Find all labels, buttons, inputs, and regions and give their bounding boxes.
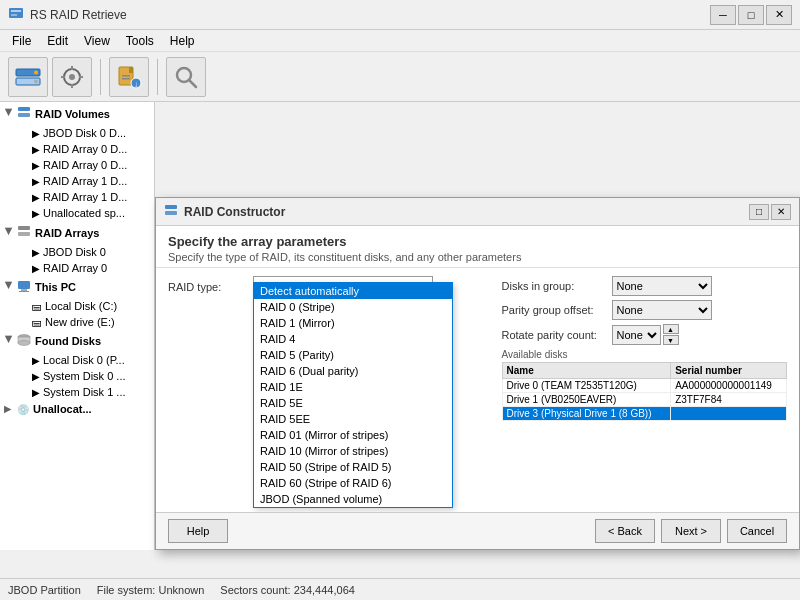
svg-rect-32 [165, 211, 177, 215]
nav-item-raid-array-1a[interactable]: ▶ RAID Array 1 D... [8, 173, 154, 189]
dialog-maximize-btn[interactable]: □ [749, 204, 769, 220]
nav-item-icon: ▶ [32, 192, 40, 203]
new-drive-icon: 🖴 [32, 317, 42, 328]
nav-section-header-unallocated[interactable]: ▶ 💿 Unallocat... [0, 400, 154, 418]
table-row[interactable]: Drive 0 (TEAM T2535T120G) AA000000000001… [502, 379, 787, 393]
menu-bar: File Edit View Tools Help [0, 30, 800, 52]
disks-in-group-select[interactable]: None [612, 276, 712, 296]
nav-item-system-disk-0[interactable]: ▶ System Disk 0 ... [8, 368, 154, 384]
nav-items-found-disks: ▶ Local Disk 0 (P... ▶ System Disk 0 ...… [0, 352, 154, 400]
window-controls: ─ □ ✕ [710, 5, 792, 25]
raid-constructor-toolbar-btn[interactable] [8, 57, 48, 97]
nav-item-raid-array-1b[interactable]: ▶ RAID Array 1 D... [8, 189, 154, 205]
disks-in-group-label: Disks in group: [502, 280, 612, 292]
svg-rect-10 [71, 84, 73, 88]
nav-section-header-this-pc[interactable]: ▶ This PC [0, 276, 154, 298]
recover-toolbar-btn[interactable]: ↓ [109, 57, 149, 97]
nav-item-system-disk-1[interactable]: ▶ System Disk 1 ... [8, 384, 154, 400]
dropdown-item-6[interactable]: RAID 5E [254, 395, 452, 411]
nav-item-icon: ▶ [32, 176, 40, 187]
search-toolbar-btn[interactable] [166, 57, 206, 97]
nav-section-header-found-disks[interactable]: ▶ Found Disks [0, 330, 154, 352]
nav-section-header-raid-arrays[interactable]: ▶ RAID Arrays [0, 221, 154, 244]
settings-toolbar-btn[interactable] [52, 57, 92, 97]
nav-item-label: JBOD Disk 0 [43, 246, 106, 258]
nav-item-label: RAID Array 0 D... [43, 143, 127, 155]
nav-item-icon: ▶ [32, 247, 40, 258]
nav-item-raid-array-0[interactable]: ▶ RAID Array 0 [8, 260, 154, 276]
next-button[interactable]: Next > [661, 519, 721, 543]
nav-item-label: Local Disk 0 (P... [43, 354, 125, 366]
dropdown-item-3[interactable]: RAID 5 (Parity) [254, 347, 452, 363]
svg-point-30 [18, 341, 30, 346]
spin-up-button[interactable]: ▲ [663, 324, 679, 334]
menu-file[interactable]: File [4, 32, 39, 50]
nav-item-icon: ▶ [32, 208, 40, 219]
status-filesystem: File system: Unknown [97, 584, 205, 596]
svg-rect-21 [18, 107, 30, 111]
dropdown-item-5[interactable]: RAID 1E [254, 379, 452, 395]
dropdown-item-7[interactable]: RAID 5EE [254, 411, 452, 427]
avail-disk-name: Drive 1 (VB0250EAVER) [502, 393, 671, 407]
dialog-title: RAID Constructor [184, 205, 749, 219]
rotate-parity-control: None ▲ ▼ [612, 324, 679, 345]
maximize-button[interactable]: □ [738, 5, 764, 25]
nav-item-jbod-0[interactable]: ▶ JBOD Disk 0 D... [8, 125, 154, 141]
dropdown-item-12[interactable]: JBOD (Spanned volume) [254, 491, 452, 507]
parity-offset-select[interactable]: None [612, 300, 712, 320]
nav-item-unallocated[interactable]: ▶ Unallocated sp... [8, 205, 154, 221]
dropdown-item-2[interactable]: RAID 4 [254, 331, 452, 347]
nav-section-unallocated: ▶ 💿 Unallocat... [0, 400, 154, 418]
svg-marker-14 [129, 67, 133, 73]
svg-rect-9 [71, 66, 73, 70]
minimize-button[interactable]: ─ [710, 5, 736, 25]
svg-line-20 [189, 80, 196, 87]
expand-arrow: ▶ [4, 109, 14, 119]
dropdown-item-11[interactable]: RAID 60 (Stripe of RAID 6) [254, 475, 452, 491]
help-button[interactable]: Help [168, 519, 228, 543]
svg-rect-12 [79, 76, 83, 78]
nav-item-jbod-disk-0[interactable]: ▶ JBOD Disk 0 [8, 244, 154, 260]
nav-section-header-raid-volumes[interactable]: ▶ RAID Volumes [0, 102, 154, 125]
close-button[interactable]: ✕ [766, 5, 792, 25]
menu-tools[interactable]: Tools [118, 32, 162, 50]
svg-rect-2 [11, 14, 17, 16]
table-row[interactable]: Drive 1 (VB0250EAVER) Z3TF7F84 [502, 393, 787, 407]
nav-item-raid-array-0b[interactable]: ▶ RAID Array 0 D... [8, 157, 154, 173]
nav-section-label-found-disks: Found Disks [35, 335, 101, 347]
nav-item-local-disk-0[interactable]: ▶ Local Disk 0 (P... [8, 352, 154, 368]
back-button[interactable]: < Back [595, 519, 655, 543]
nav-item-label: RAID Array 0 D... [43, 159, 127, 171]
menu-edit[interactable]: Edit [39, 32, 76, 50]
dropdown-open[interactable]: Detect automatically RAID 0 (Stripe) RAI… [253, 282, 453, 508]
dialog-close-btn[interactable]: ✕ [771, 204, 791, 220]
dropdown-item-9[interactable]: RAID 10 (Mirror of stripes) [254, 443, 452, 459]
nav-item-label: Local Disk (C:) [45, 300, 117, 312]
dropdown-item-10[interactable]: RAID 50 (Stripe of RAID 5) [254, 459, 452, 475]
menu-view[interactable]: View [76, 32, 118, 50]
nav-item-raid-array-0a[interactable]: ▶ RAID Array 0 D... [8, 141, 154, 157]
nav-item-local-disk-c[interactable]: 🖴 Local Disk (C:) [8, 298, 154, 314]
dialog-title-icon [164, 203, 178, 220]
svg-rect-22 [18, 113, 30, 117]
menu-help[interactable]: Help [162, 32, 203, 50]
dropdown-item-4[interactable]: RAID 6 (Dual parity) [254, 363, 452, 379]
nav-items-raid-arrays: ▶ JBOD Disk 0 ▶ RAID Array 0 [0, 244, 154, 276]
svg-rect-26 [21, 289, 27, 291]
table-row[interactable]: Drive 3 (Physical Drive 1 (8 GB)) [502, 407, 787, 421]
svg-rect-23 [18, 226, 30, 230]
avail-serial-header: Serial number [671, 363, 787, 379]
spin-down-button[interactable]: ▼ [663, 335, 679, 345]
available-disks-table: Name Serial number Drive 0 (TEAM T2535T1… [502, 362, 788, 421]
expand-arrow: ▶ [4, 282, 14, 292]
dropdown-item-8[interactable]: RAID 01 (Mirror of stripes) [254, 427, 452, 443]
rotate-parity-row: Rotate parity count: None ▲ ▼ [502, 324, 788, 345]
nav-items-this-pc: 🖴 Local Disk (C:) 🖴 New drive (E:) [0, 298, 154, 330]
rotate-parity-select[interactable]: None [612, 325, 661, 345]
nav-item-new-drive-e[interactable]: 🖴 New drive (E:) [8, 314, 154, 330]
dropdown-item-selected[interactable]: Detect automatically [254, 283, 452, 299]
dropdown-item-1[interactable]: RAID 1 (Mirror) [254, 315, 452, 331]
dropdown-item-0[interactable]: RAID 0 (Stripe) [254, 299, 452, 315]
nav-item-label: RAID Array 0 [43, 262, 107, 274]
cancel-button[interactable]: Cancel [727, 519, 787, 543]
